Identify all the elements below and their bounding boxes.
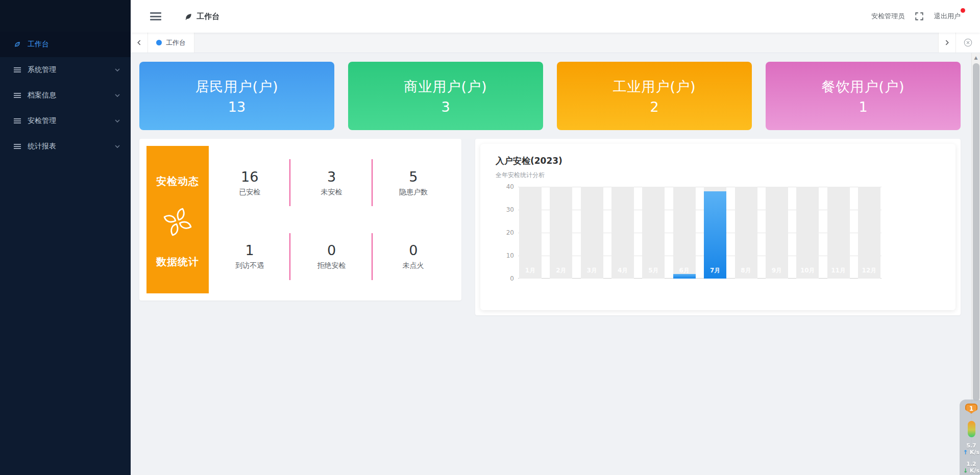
x-tick-label: 5月 — [642, 266, 665, 275]
stat-refused: 0 拒绝安检 — [290, 242, 372, 270]
page-title: 工作台 — [185, 12, 219, 21]
y-tick-label: 10 — [506, 252, 514, 259]
tab-bar: 工作台 — [131, 33, 980, 53]
tab-workbench[interactable]: 工作台 — [148, 33, 194, 53]
chart-subtitle: 全年安检统计分析 — [496, 171, 940, 180]
notification-dot — [961, 8, 965, 13]
close-tabs-button[interactable] — [955, 33, 980, 53]
x-tick-label: 3月 — [581, 266, 603, 275]
chart-bar-10月[interactable]: 10月 — [796, 187, 819, 279]
chart-bar-5月[interactable]: 5月 — [642, 187, 665, 279]
stat-value: 5 — [373, 169, 454, 185]
card-industrial-users[interactable]: 工业用户(户) 2 — [557, 62, 752, 130]
chart-bar-9月[interactable]: 9月 — [766, 187, 788, 279]
y-tick-label: 20 — [506, 229, 514, 236]
chart-bar-3月[interactable]: 3月 — [581, 187, 603, 279]
sidebar-item-workbench[interactable]: 工作台 — [0, 32, 131, 57]
chart-plot-area[interactable]: 1月2月3月4月5月6月7月8月9月10月11月12月 — [518, 187, 881, 279]
chart-y-axis: 010203040 — [496, 187, 518, 279]
sidebar-item-label: 工作台 — [28, 40, 120, 49]
main-content: 居民用户(户) 13 商业用户(户) 3 工业用户(户) 2 餐饮用户(户) 1… — [131, 53, 971, 475]
bar-chart: 010203040 1月2月3月4月5月6月7月8月9月10月11月12月 — [496, 187, 940, 279]
menu-lines-icon — [13, 67, 21, 73]
tabs-scroll-left-button[interactable] — [131, 33, 148, 53]
stat-label: 隐患户数 — [373, 188, 454, 197]
scrollbar-up-arrow[interactable]: ▲ — [972, 53, 980, 62]
stat-value: 0 — [373, 242, 454, 258]
scrollbar-thumb[interactable] — [973, 63, 979, 401]
hamburger-menu-icon[interactable] — [150, 12, 161, 20]
chart-bar-7月[interactable]: 7月 — [704, 187, 726, 279]
stat-label: 到访不遇 — [209, 261, 290, 270]
upload-unit: K/s — [970, 449, 979, 456]
download-unit: K/s — [970, 467, 979, 474]
net-speed-overlay-widget[interactable]: 1 5.7 ↑ K/s 1.2 ↓ K/s ▼ — [960, 399, 980, 475]
fullscreen-icon[interactable] — [915, 12, 924, 21]
stat-cards-row: 居民用户(户) 13 商业用户(户) 3 工业用户(户) 2 餐饮用户(户) 1 — [139, 62, 961, 130]
download-arrow-icon: ↓ — [963, 467, 968, 474]
x-tick-label: 1月 — [519, 266, 542, 275]
chevron-down-icon — [114, 118, 120, 124]
x-tick-label: 11月 — [827, 266, 850, 275]
chart-bar-6月[interactable]: 6月 — [673, 187, 696, 279]
sidebar-item-reports[interactable]: 统计报表 — [0, 134, 131, 159]
stat-value: 1 — [209, 242, 290, 258]
chart-container: 入户安检(2023) 全年安检统计分析 010203040 1月2月3月4月5月… — [480, 144, 955, 310]
menu-lines-icon — [13, 92, 21, 98]
chart-bar-4月[interactable]: 4月 — [611, 187, 634, 279]
page-title-text: 工作台 — [197, 12, 219, 21]
chart-bar-8月[interactable]: 8月 — [735, 187, 757, 279]
sidebar-item-label: 统计报表 — [28, 142, 114, 151]
chart-bar-1月[interactable]: 1月 — [519, 187, 542, 279]
sidebar-item-system[interactable]: 系统管理 — [0, 57, 131, 83]
chevron-right-icon — [944, 39, 950, 46]
stat-value: 3 — [290, 169, 372, 185]
stat-label: 拒绝安检 — [290, 261, 372, 270]
chevron-left-icon — [136, 39, 142, 46]
x-tick-label: 9月 — [766, 266, 788, 275]
y-tick-label: 0 — [510, 275, 514, 282]
x-tick-label: 10月 — [796, 266, 819, 275]
card-commercial-users[interactable]: 商业用户(户) 3 — [348, 62, 543, 130]
sidebar-item-label: 档案信息 — [28, 91, 114, 100]
card-value: 1 — [859, 99, 867, 115]
chevron-down-icon — [114, 143, 120, 149]
chart-bar-2月[interactable]: 2月 — [550, 187, 572, 279]
leaf-icon — [185, 13, 192, 20]
chart-bar-12月[interactable]: 12月 — [858, 187, 880, 279]
chevron-down-icon — [114, 67, 120, 73]
sidebar-logo-area — [0, 0, 131, 32]
shield-badge-icon[interactable]: 1 — [965, 404, 977, 414]
card-catering-users[interactable]: 餐饮用户(户) 1 — [766, 62, 961, 130]
annual-inspection-chart-panel: 入户安检(2023) 全年安检统计分析 010203040 1月2月3月4月5月… — [475, 139, 961, 315]
card-label: 居民用户(户) — [195, 78, 278, 96]
card-resident-users[interactable]: 居民用户(户) 13 — [139, 62, 334, 130]
stat-label: 未点火 — [373, 261, 454, 270]
x-tick-label: 7月 — [704, 266, 726, 275]
stat-not-inspected: 3 未安检 — [290, 169, 372, 197]
x-tick-label: 4月 — [611, 266, 634, 275]
stat-label: 未安检 — [290, 188, 372, 197]
stat-inspected: 16 已安检 — [209, 169, 290, 197]
menu-lines-icon — [13, 143, 21, 149]
chevron-down-icon — [114, 92, 120, 98]
download-speed-value: 1.2 — [963, 461, 979, 467]
sidebar-item-archives[interactable]: 档案信息 — [0, 83, 131, 108]
stat-hazard-households: 5 隐患户数 — [373, 169, 454, 197]
logout-label: 退出用户 — [934, 12, 961, 20]
tabs-scroll-right-button[interactable] — [938, 33, 955, 53]
sidebar-item-inspection[interactable]: 安检管理 — [0, 108, 131, 134]
card-label: 工业用户(户) — [612, 78, 696, 96]
x-tick-label: 2月 — [550, 266, 572, 275]
logout-button[interactable]: 退出用户 — [934, 12, 961, 21]
stat-visit-missed: 1 到访不遇 — [209, 242, 290, 270]
chart-title: 入户安检(2023) — [496, 155, 940, 167]
sidebar-item-label: 系统管理 — [28, 65, 114, 74]
shield-badge-count: 1 — [969, 405, 973, 412]
chart-bar-11月[interactable]: 11月 — [827, 187, 850, 279]
stat-not-ignited: 0 未点火 — [373, 242, 454, 270]
banner-title-top: 安检动态 — [156, 174, 199, 188]
current-user[interactable]: 安检管理员 — [871, 12, 904, 21]
sidebar: 工作台 系统管理 档案信息 安检管理 统计报表 — [0, 0, 131, 475]
tabbar-filler — [194, 33, 938, 53]
